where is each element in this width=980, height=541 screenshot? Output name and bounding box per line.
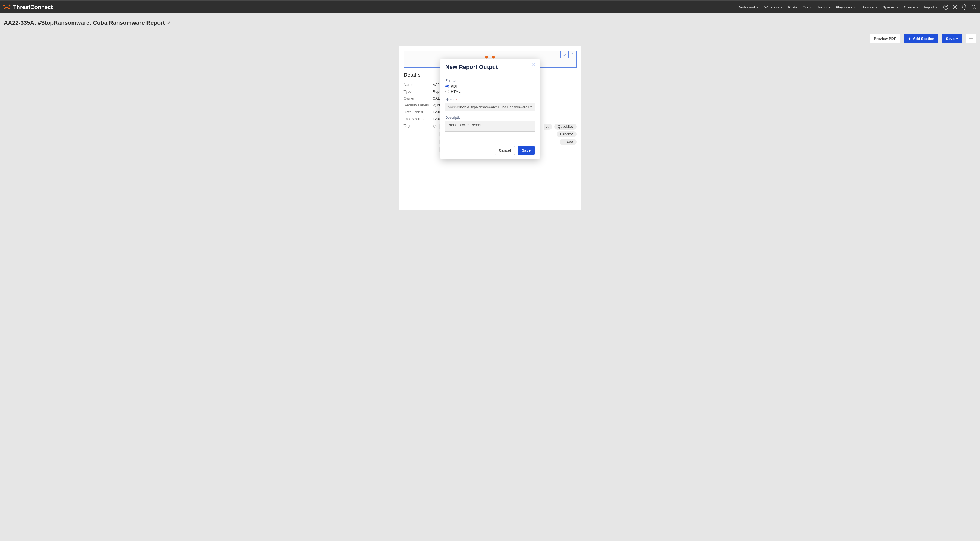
nav-playbooks-label: Playbooks (836, 5, 852, 9)
svg-point-8 (972, 38, 972, 39)
svg-point-13 (435, 106, 436, 106)
format-html-label: HTML (451, 89, 460, 94)
nav-posts-label: Posts (788, 5, 797, 9)
chevron-down-icon (757, 6, 759, 8)
svg-point-9 (485, 56, 488, 59)
format-group: Format PDF HTML (445, 79, 535, 94)
notifications-icon[interactable] (961, 4, 967, 10)
nav-workflow-label: Workflow (764, 5, 779, 9)
save-button[interactable]: Save (942, 34, 963, 43)
chevron-down-icon (875, 6, 877, 8)
svg-point-11 (435, 104, 436, 105)
edit-title-icon[interactable] (167, 20, 171, 25)
more-actions-button[interactable] (966, 34, 976, 43)
name-field[interactable] (445, 103, 535, 111)
close-icon[interactable] (532, 63, 536, 68)
svg-point-1 (9, 5, 10, 6)
nav-browse[interactable]: Browse (859, 0, 880, 14)
svg-point-6 (970, 38, 970, 39)
name-label: Name (445, 98, 454, 102)
format-pdf-label: PDF (451, 84, 458, 88)
chevron-down-icon (916, 6, 918, 8)
nav-dashboard-label: Dashboard (737, 5, 755, 9)
nav-workflow[interactable]: Workflow (762, 0, 785, 14)
page-title: AA22-335A: #StopRansomware: Cuba Ransomw… (4, 19, 165, 26)
modal-title: New Report Output (445, 64, 535, 75)
chevron-down-icon (935, 6, 938, 8)
chevron-down-icon (854, 6, 856, 8)
title-bar: AA22-335A: #StopRansomware: Cuba Ransomw… (0, 13, 980, 31)
svg-point-0 (3, 5, 5, 6)
description-group: Description (445, 116, 535, 133)
nav-graph[interactable]: Graph (800, 0, 815, 14)
add-section-label: Add Section (913, 36, 935, 41)
nav-create-label: Create (904, 5, 915, 9)
save-label: Save (946, 36, 955, 41)
name-group: Name * (445, 98, 535, 111)
nav-dashboard[interactable]: Dashboard (735, 0, 762, 14)
preview-pdf-button[interactable]: Preview PDF (870, 34, 900, 43)
nav-import-label: Import (924, 5, 934, 9)
delete-section-icon[interactable] (568, 51, 576, 58)
brand-name: ThreatConnect (13, 4, 53, 10)
action-bar: Preview PDF Add Section Save (0, 31, 980, 46)
settings-icon[interactable] (952, 4, 958, 10)
nav-import[interactable]: Import (921, 0, 940, 14)
nav-reports[interactable]: Reports (815, 0, 833, 14)
nav-spaces[interactable]: Spaces (880, 0, 901, 14)
modal-save-button[interactable]: Save (518, 146, 535, 155)
cancel-button[interactable]: Cancel (495, 146, 515, 155)
brand-mark-icon (3, 4, 11, 10)
new-report-output-modal: New Report Output Format PDF HTML Name *… (441, 59, 539, 159)
tag-icon (433, 124, 437, 129)
format-label: Format (445, 79, 535, 82)
top-nav: ThreatConnect Dashboard Workflow Posts G… (0, 0, 980, 13)
svg-point-7 (971, 38, 971, 39)
svg-point-10 (492, 56, 495, 59)
nav-browse-label: Browse (861, 5, 873, 9)
description-label: Description (445, 116, 535, 119)
nav-create[interactable]: Create (901, 0, 921, 14)
radio-icon (445, 90, 449, 93)
edit-section-icon[interactable] (560, 51, 568, 58)
format-option-html[interactable]: HTML (445, 89, 535, 94)
nav-spaces-label: Spaces (883, 5, 894, 9)
radio-icon (445, 84, 449, 88)
chevron-down-icon (896, 6, 899, 8)
svg-point-4 (954, 6, 956, 8)
nav-reports-label: Reports (818, 5, 830, 9)
chevron-down-icon (780, 6, 783, 8)
brand-logo[interactable]: ThreatConnect (3, 4, 53, 10)
add-section-button[interactable]: Add Section (904, 34, 939, 43)
nav-posts[interactable]: Posts (785, 0, 800, 14)
help-icon[interactable] (943, 4, 949, 10)
tag-pill[interactable]: Hancitor (557, 131, 576, 137)
chevron-down-icon (956, 38, 958, 40)
tag-pill[interactable]: T1090 (560, 139, 576, 145)
format-option-pdf[interactable]: PDF (445, 84, 535, 88)
svg-point-14 (434, 125, 434, 126)
svg-point-12 (433, 105, 434, 105)
description-field[interactable] (445, 121, 535, 132)
nav-playbooks[interactable]: Playbooks (833, 0, 859, 14)
search-icon[interactable] (971, 4, 977, 10)
tag-pill[interactable]: QuackBot (554, 124, 576, 130)
share-icon (433, 103, 436, 107)
main-nav: Dashboard Workflow Posts Graph Reports P… (735, 0, 977, 14)
tag-pill[interactable]: ot (544, 124, 552, 130)
nav-graph-label: Graph (803, 5, 813, 9)
